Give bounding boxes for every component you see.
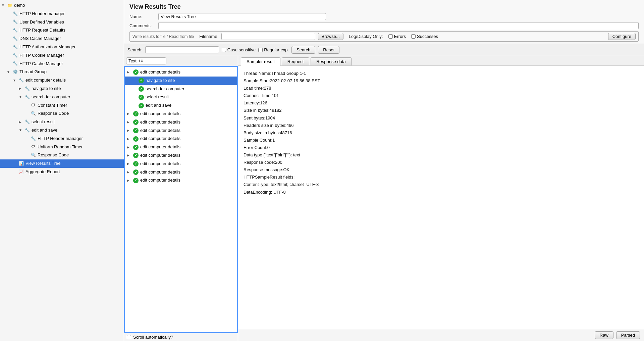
parsed-button[interactable]: Parsed: [616, 331, 640, 339]
sidebar-item-edit-computer-details[interactable]: ▼🔧edit computer details: [0, 76, 124, 85]
sidebar-item-label: select result: [32, 118, 55, 126]
result-expand-icon: ▶: [127, 145, 131, 150]
search-button[interactable]: Search: [291, 46, 315, 54]
sidebar-item-label: navigate to site: [32, 85, 61, 92]
search-input[interactable]: [145, 46, 219, 53]
browse-button[interactable]: Browse...: [318, 33, 343, 40]
sidebar-item-http-header-manager[interactable]: 🔧HTTP Header manager: [0, 10, 124, 18]
search-label: Search:: [127, 47, 143, 52]
result-label: edit computer details: [140, 135, 180, 142]
result-item[interactable]: ▶✓edit computer details: [125, 68, 237, 77]
wrench-icon: 🔧: [12, 19, 18, 25]
sidebar: ▼📁demo🔧HTTP Header manager🔧User Defined …: [0, 0, 124, 341]
expand-arrow-icon: ▶: [19, 119, 23, 125]
sidebar-item-label: search for computer: [32, 94, 70, 101]
text-dropdown-label: Text: [128, 58, 137, 63]
case-sensitive-checkbox[interactable]: [222, 48, 226, 52]
result-expand-icon: ▶: [127, 119, 131, 125]
result-label: edit computer details: [140, 177, 180, 184]
comments-label: Comments:: [129, 23, 156, 28]
detail-line: Sample Count:1: [244, 137, 639, 144]
status-check-icon: ✓: [133, 144, 139, 150]
expand-arrow-icon: ▼: [19, 128, 23, 133]
detail-line: Response code:200: [244, 159, 639, 166]
sidebar-item-navigate-to-site[interactable]: ▶🔧navigate to site: [0, 85, 124, 93]
configure-button[interactable]: Configure: [608, 33, 636, 40]
sidebar-item-response-code-1[interactable]: 🔍Response Code: [0, 109, 124, 118]
status-check-icon: ✓: [133, 169, 139, 175]
reset-button[interactable]: Reset: [318, 46, 339, 54]
scroll-auto-checkbox[interactable]: [127, 335, 131, 339]
successes-checkbox[interactable]: [411, 34, 416, 39]
result-item[interactable]: ▶✓edit computer details: [125, 135, 237, 143]
raw-button[interactable]: Raw: [595, 331, 613, 339]
result-item[interactable]: ▶✓edit computer details: [125, 151, 237, 160]
result-label: navigate to site: [146, 77, 175, 84]
main-panel: View Results Tree Name: Comments: Write …: [124, 0, 644, 341]
sidebar-item-label: Constant Timer: [38, 102, 67, 109]
sidebar-item-select-result[interactable]: ▶🔧select result: [0, 118, 124, 126]
result-item[interactable]: ▶✓edit computer details: [125, 176, 237, 185]
detail-tabs: Sampler resultRequestResponse data: [238, 56, 644, 66]
result-label: edit and save: [146, 102, 171, 109]
sidebar-item-label: Thread Group: [19, 68, 47, 76]
results-panel: Text ⬆⬇ ▶✓edit computer details✓navigate…: [124, 56, 238, 341]
sidebar-item-edit-and-save[interactable]: ▼🔧edit and save: [0, 126, 124, 135]
sidebar-item-http-request-defaults[interactable]: 🔧HTTP Request Defaults: [0, 26, 124, 35]
result-item[interactable]: ✓edit and save: [125, 101, 237, 110]
results-toolbar: Text ⬆⬇: [124, 56, 238, 66]
errors-checkbox[interactable]: [388, 34, 393, 39]
sidebar-item-thread-group[interactable]: ▼⚙️Thread Group: [0, 68, 124, 76]
result-label: edit computer details: [140, 152, 180, 159]
detail-tab-response-data[interactable]: Response data: [311, 57, 351, 65]
name-input[interactable]: [158, 13, 326, 20]
result-expand-icon: ▶: [127, 178, 131, 183]
sidebar-item-http-cache-manager[interactable]: 🔧HTTP Cache Manager: [0, 60, 124, 68]
text-dropdown[interactable]: Text ⬆⬇: [126, 57, 166, 64]
detail-footer: Raw Parsed: [238, 329, 644, 341]
sidebar-item-http-header-manager2[interactable]: 🔧HTTP Header manager: [0, 135, 124, 143]
sidebar-item-response-code-2[interactable]: 🔍Response Code: [0, 151, 124, 159]
clock-icon: ⏱: [30, 102, 36, 108]
sidebar-item-search-for-computer[interactable]: ▼🔧search for computer: [0, 93, 124, 101]
status-check-icon: ✓: [133, 119, 139, 125]
sidebar-item-http-auth-manager[interactable]: 🔧HTTP Authorization Manager: [0, 43, 124, 51]
sidebar-item-http-cookie-manager[interactable]: 🔧HTTP Cookie Manager: [0, 51, 124, 60]
sidebar-item-label: User Defined Variables: [19, 19, 64, 26]
status-check-icon: ✓: [133, 69, 139, 75]
expand-arrow-icon: ▶: [19, 86, 23, 91]
result-item[interactable]: ✓navigate to site: [125, 77, 237, 85]
sidebar-item-dns-cache-manager[interactable]: 🔧DNS Cache Manager: [0, 35, 124, 43]
filename-input[interactable]: [221, 33, 315, 40]
comments-input[interactable]: [158, 22, 639, 29]
wrench-icon: 🔧: [24, 94, 30, 100]
folder-icon: 📁: [7, 2, 13, 8]
detail-tab-request[interactable]: Request: [282, 57, 309, 65]
status-check-icon: ✓: [138, 103, 144, 109]
sidebar-item-constant-timer[interactable]: ⏱Constant Timer: [0, 101, 124, 110]
sidebar-item-aggregate-report[interactable]: 📈Aggregate Report: [0, 168, 124, 176]
detail-line: Latency:126: [244, 99, 639, 107]
sidebar-item-view-results-tree[interactable]: 📊View Results Tree: [0, 159, 124, 168]
sidebar-item-uniform-random-timer[interactable]: ⏱Uniform Random Timer: [0, 143, 124, 151]
result-item[interactable]: ▶✓edit computer details: [125, 160, 237, 168]
clock-icon: ⏱: [30, 144, 36, 150]
sidebar-item-user-defined-variables[interactable]: 🔧User Defined Variables: [0, 18, 124, 27]
result-item[interactable]: ▶✓edit computer details: [125, 127, 237, 135]
result-item[interactable]: ▶✓edit computer details: [125, 118, 237, 127]
result-item[interactable]: ✓search for computer: [125, 85, 237, 93]
sidebar-item-demo[interactable]: ▼📁demo: [0, 1, 124, 10]
top-panel: View Results Tree Name: Comments: Write …: [124, 0, 644, 44]
regular-exp-checkbox[interactable]: [258, 48, 263, 52]
result-item[interactable]: ▶✓edit computer details: [125, 168, 237, 177]
sidebar-item-label: View Results Tree: [25, 160, 61, 167]
result-item[interactable]: ▶✓edit computer details: [125, 143, 237, 151]
sidebar-item-label: DNS Cache Manager: [19, 35, 61, 42]
detail-tab-sampler-result[interactable]: Sampler result: [241, 57, 280, 66]
result-item[interactable]: ▶✓edit computer details: [125, 110, 237, 118]
results-icon: 📊: [18, 161, 24, 167]
result-item[interactable]: ✓select result: [125, 93, 237, 101]
wrench-icon: 🔧: [12, 52, 18, 58]
result-label: edit computer details: [140, 110, 180, 117]
result-label: select result: [146, 94, 169, 101]
